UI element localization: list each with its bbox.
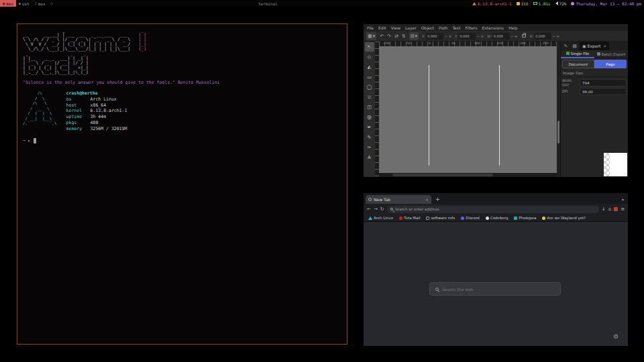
forward-button[interactable]: →	[374, 206, 378, 212]
close-icon[interactable]: ×	[603, 44, 606, 48]
packages-module: 316	[517, 1, 529, 6]
bookmark-codeberg[interactable]: Codeberg	[486, 216, 508, 220]
prompt-path: ~	[23, 138, 25, 143]
rotate-cw-button[interactable]: ↷	[387, 34, 391, 39]
selector-tool[interactable]: ↖	[365, 42, 374, 52]
menu-object[interactable]: Object	[421, 25, 435, 30]
prompt-arrow: ▸	[28, 138, 30, 143]
tab-title: New Tab	[374, 197, 423, 202]
menu-filters[interactable]: Filters	[466, 25, 478, 30]
inkscape-window[interactable]: File Edit View Layer Object Path Text Fi…	[364, 24, 628, 177]
y-minus-button[interactable]: −	[476, 34, 480, 38]
bookmark-discord[interactable]: Discord	[461, 216, 480, 220]
new-tab-button[interactable]: +	[435, 196, 440, 202]
fetch-info: crash@bertha os Arch Linux host x86_64 k…	[66, 90, 127, 131]
bookmark-folder-software-refs[interactable]: software refs	[426, 216, 455, 220]
y-input[interactable]: 0.000	[458, 33, 476, 40]
star-tool[interactable]: ✩	[365, 93, 374, 102]
reload-button[interactable]: ↻	[380, 206, 384, 212]
h-plus-button[interactable]: +	[556, 34, 559, 38]
x-coordinate-field: X: 0.000 − +	[422, 33, 451, 40]
grid-icon: ▦	[368, 34, 372, 39]
layers-icon[interactable]: ▤	[571, 44, 578, 49]
ellipse-tool[interactable]: ◯	[365, 82, 374, 92]
gear-icon[interactable]: ⚙	[613, 333, 619, 340]
menu-extensions[interactable]: Extensions	[482, 25, 504, 30]
url-bar[interactable]	[387, 206, 599, 213]
menu-view[interactable]: View	[391, 25, 400, 30]
node-tool[interactable]: ◇	[365, 52, 374, 62]
workspace-tag-ust[interactable]: ◉ ust	[16, 0, 32, 7]
x-minus-button[interactable]: −	[444, 34, 447, 38]
text-tool[interactable]: A	[365, 153, 374, 162]
browser-window[interactable]: New Tab × + ▾ ← → ↻ ↓ ⌂ ≡ Arch Linux	[364, 193, 628, 346]
document-button[interactable]: Document	[562, 60, 594, 68]
active-tab[interactable]: New Tab ×	[366, 195, 431, 204]
w-plus-button[interactable]: +	[515, 34, 518, 38]
datetime: Thursday, Mar 13 — 02:48 pm	[576, 1, 641, 6]
menu-help[interactable]: Help	[508, 25, 518, 30]
vertical-scrollbar[interactable]	[557, 42, 560, 177]
selection-mode-dropdown[interactable]: ▦ ▾	[366, 32, 376, 40]
calligraphy-tool[interactable]: ✑	[365, 143, 374, 152]
scrollbar-thumb[interactable]	[557, 121, 559, 143]
pencil-tool[interactable]: ✎	[365, 133, 374, 142]
workspace-tag-label: dev	[6, 1, 13, 6]
flip-vertical-button[interactable]: ⇅	[402, 34, 406, 39]
pen-tool[interactable]: ✒	[365, 123, 374, 132]
h-minus-button[interactable]: −	[552, 34, 555, 38]
rotate-ccw-button[interactable]: ↶	[380, 34, 384, 39]
downloads-icon[interactable]: ↓	[602, 206, 606, 212]
shell-prompt[interactable]: ~ ▸	[23, 138, 341, 143]
web-search-input[interactable]	[442, 287, 555, 292]
globe-icon: ◉	[19, 1, 21, 5]
scrollbar-thumb[interactable]	[392, 174, 493, 176]
page-button[interactable]: Page	[594, 60, 627, 68]
home-icon[interactable]: ⌂	[608, 206, 611, 212]
status-modules: 6.13.8-arch1-1 316 1.8Gi 72% Thursday, M…	[472, 1, 644, 6]
flip-horizontal-button[interactable]: ⇄	[394, 34, 398, 39]
y-plus-button[interactable]: +	[480, 34, 484, 38]
menu-path[interactable]: Path	[439, 25, 447, 30]
workspace-tag-mux[interactable]: ♪ mux	[32, 0, 48, 7]
w-minus-button[interactable]: −	[511, 34, 514, 38]
align-dropdown[interactable]: ⊞ ▾	[409, 32, 419, 40]
tab-single-file[interactable]: Single File	[561, 50, 594, 58]
bookmark-arch-linux[interactable]: Arch Linux	[368, 216, 393, 220]
close-icon[interactable]: ×	[425, 197, 429, 202]
x-input[interactable]: 0.000	[426, 33, 443, 40]
shape-builder-tool[interactable]: ◭	[365, 62, 374, 72]
lock-ratio-icon[interactable]	[522, 34, 526, 38]
workspace-tag-dev[interactable]: ▣ dev	[0, 0, 16, 7]
rectangle-tool[interactable]: ▭	[365, 72, 374, 82]
bookmark-photopea[interactable]: Photopea	[514, 216, 536, 220]
tabs-dropdown-icon[interactable]: ▾	[622, 197, 624, 202]
workspace-tag-empty[interactable]: ▢	[48, 0, 56, 7]
align-icon: ⊞	[411, 34, 415, 39]
spiral-tool[interactable]: @	[365, 113, 374, 122]
kernel-version: 6.13.8-arch1-1	[478, 1, 512, 6]
height-input[interactable]: 0.000	[534, 33, 551, 40]
export-dialog-tab[interactable]: ▣ Export ×	[580, 42, 609, 50]
bookmark-tuta-mail[interactable]: Tuta Mail	[399, 216, 420, 220]
pencil-icon[interactable]: ✎	[562, 44, 570, 49]
terminal-window[interactable]: _ __ _____| | ___ ___ _ __ ___ ___ \ \ /…	[17, 23, 347, 345]
ublock-extension-icon[interactable]	[614, 207, 618, 211]
back-button[interactable]: ←	[367, 206, 371, 212]
export-width-input[interactable]: 794	[580, 79, 627, 86]
menu-text[interactable]: Text	[452, 25, 460, 30]
menu-icon[interactable]: ≡	[621, 206, 625, 212]
inkscape-canvas[interactable]	[379, 46, 557, 173]
web-search-box[interactable]	[429, 282, 561, 296]
url-input[interactable]	[395, 207, 596, 211]
menu-edit[interactable]: Edit	[378, 25, 386, 30]
x-plus-button[interactable]: +	[448, 34, 451, 38]
export-dpi-input[interactable]: 96.00	[580, 88, 627, 95]
bookmark-are-we-wayland-yet[interactable]: Are we Wayland yet?	[542, 216, 586, 220]
box3d-tool[interactable]: ◫	[365, 103, 374, 112]
menu-layer[interactable]: Layer	[405, 25, 417, 30]
menu-file[interactable]: File	[367, 25, 374, 30]
width-input[interactable]: 0.000	[492, 33, 510, 40]
tab-batch-export[interactable]: Batch Export	[594, 50, 628, 58]
horizontal-scrollbar[interactable]	[379, 173, 557, 177]
